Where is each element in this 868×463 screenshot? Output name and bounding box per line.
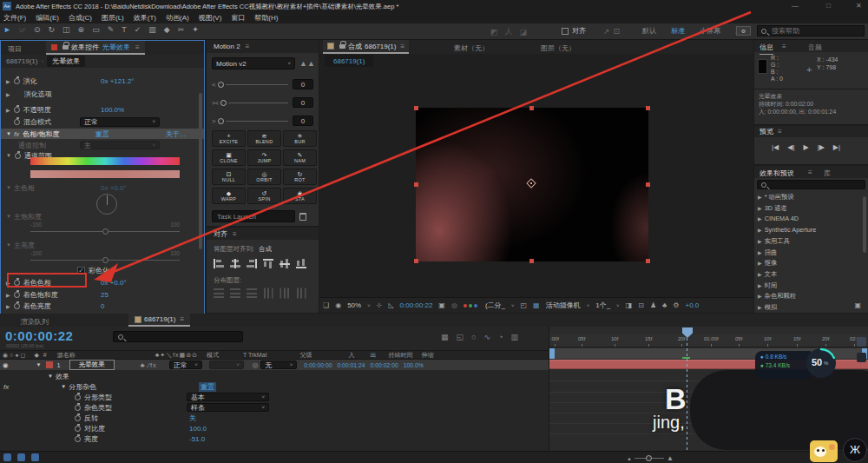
expand-inout-icon[interactable]	[31, 453, 39, 461]
blend-button[interactable]: ≋BLEND	[247, 130, 281, 147]
work-area-start-handle[interactable]	[549, 348, 555, 359]
null-button[interactable]: ⊡NULL	[212, 169, 246, 185]
panel-menu-icon[interactable]: ≡	[135, 43, 140, 51]
transparency-grid-icon[interactable]: ▦	[533, 301, 540, 309]
align-top-icon[interactable]	[263, 259, 273, 268]
tab-effect-controls[interactable]: 效果控件 光晕效果 ≡	[46, 41, 145, 55]
exposure-value[interactable]: +0.0	[685, 301, 699, 309]
zoom-tool-icon[interactable]: ⊙	[34, 25, 41, 34]
column-stretch[interactable]: 伸缩	[421, 351, 433, 360]
clone-stamp-tool-icon[interactable]: ▥	[148, 25, 156, 34]
stopwatch-icon[interactable]	[15, 153, 21, 159]
panel-menu-icon[interactable]: ≡	[233, 230, 237, 238]
zoom-out-mountain-icon[interactable]: ▲	[627, 456, 632, 461]
fx-cat-distort[interactable]: ▶扭曲	[758, 248, 816, 259]
tab-info[interactable]: 信息	[760, 43, 773, 55]
fx-icon[interactable]: fx	[14, 130, 19, 138]
stopwatch-icon[interactable]	[75, 436, 81, 442]
menu-animation[interactable]: 动画(A)	[166, 13, 189, 23]
fast-preview-icon[interactable]: ⊡	[638, 301, 644, 309]
mountains-icon[interactable]: ▲▲	[299, 59, 315, 68]
composition-mini-flowchart-icon[interactable]: ▦	[441, 333, 449, 341]
effect-row-colorize-lightness[interactable]: ▶ 着色亮度 0	[6, 301, 195, 311]
layer-duration[interactable]: 0:00:02:00	[371, 362, 398, 368]
tab-render-queue[interactable]: 渲染队列	[21, 317, 49, 327]
selection-handle[interactable]	[646, 182, 650, 187]
align-left-icon[interactable]	[214, 259, 224, 268]
effect-row-colorize-hue[interactable]: ▶ 着色色相 0x +0.0°	[6, 277, 195, 288]
align-bottom-icon[interactable]	[296, 259, 306, 268]
fx-cat-animation-presets[interactable]: ▶* 动画预设	[758, 192, 816, 203]
parent-dropdown[interactable]: 无˅	[260, 360, 297, 369]
stopwatch-icon[interactable]	[14, 107, 20, 113]
moth-logo-icon[interactable]: Ж	[843, 438, 867, 462]
panel-menu-icon[interactable]: ≡	[180, 315, 184, 323]
brush-tool-icon[interactable]: ✓	[135, 25, 141, 34]
effect-row-colorize-saturation[interactable]: ▶ 着色饱和度 25	[6, 289, 195, 300]
magnification-icon[interactable]: ◉	[335, 301, 341, 309]
tab-composition[interactable]: 合成 686719(1) ≡	[323, 40, 409, 54]
show-snapshot-icon[interactable]: ◍	[451, 301, 457, 309]
zoom-level-dropdown[interactable]: 50%	[347, 301, 361, 309]
fx-cat-keying[interactable]: ▶抠像	[758, 258, 816, 269]
stopwatch-icon[interactable]	[14, 78, 20, 84]
fx-cat-time[interactable]: ▶时间	[758, 281, 816, 292]
timeline-zoom-slider[interactable]	[635, 458, 664, 459]
time-ruler[interactable]: :00f 05f 10f 15f 20f 01:00f 05f 10f 15f …	[549, 334, 868, 347]
pan-behind-tool-icon[interactable]: ⊕	[78, 25, 85, 34]
motion-blur-icon[interactable]: ◔	[498, 333, 503, 341]
stopwatch-icon[interactable]	[75, 415, 81, 421]
selection-handle[interactable]	[414, 259, 418, 263]
selection-tool-icon[interactable]: ►	[3, 25, 11, 34]
tab-project[interactable]: 项目	[8, 44, 22, 54]
mini-shield-icon[interactable]	[857, 337, 866, 347]
task-launch-input[interactable]: Task Launch	[212, 210, 295, 222]
close-button[interactable]: ✕	[856, 2, 862, 10]
contrast-row[interactable]: 对比度 100.0	[74, 423, 105, 433]
panel-menu-icon[interactable]: ≡	[778, 128, 782, 136]
battery-badge[interactable]: 50 %	[806, 347, 837, 379]
tab-timeline-comp[interactable]: 686719(1) ≡	[128, 314, 190, 327]
slider-value-1[interactable]: 0	[293, 79, 313, 89]
exposure-reset-icon[interactable]: ⚙	[673, 301, 679, 309]
expand-layer-switches-icon[interactable]	[3, 453, 11, 461]
blend-mode-dropdown[interactable]: 正常˅	[80, 117, 160, 127]
sync-settings-icon[interactable]: ⚙	[736, 26, 751, 36]
about-link[interactable]: 关于...	[166, 129, 186, 139]
previous-frame-button[interactable]: ◀|	[787, 143, 794, 151]
fx-cat-cinema4d[interactable]: ▶CINEMA 4D	[758, 214, 816, 225]
timeline-jump-icon[interactable]: ♟	[650, 301, 656, 309]
comp-ref[interactable]: 686719(1)	[6, 57, 37, 65]
minimize-button[interactable]: —	[792, 2, 799, 10]
stare-button[interactable]: ◉STA	[283, 188, 317, 204]
always-preview-icon[interactable]: ❏	[323, 301, 329, 309]
menu-effect[interactable]: 效果(T)	[134, 13, 156, 23]
workspace-standard[interactable]: 标准	[671, 26, 685, 36]
first-frame-button[interactable]: |◀	[772, 143, 779, 151]
fx-cat-noise-grain[interactable]: ▶杂色和颗粒	[758, 291, 816, 302]
align-hcenter-icon[interactable]	[230, 259, 240, 268]
graph-editor-icon[interactable]: ▥	[510, 333, 518, 341]
invert-row[interactable]: 反转 关	[74, 413, 98, 423]
menu-view[interactable]: 视图(V)	[199, 13, 222, 23]
tab-audio[interactable]: 音频	[808, 43, 822, 52]
name-button[interactable]: ✎NAM	[283, 149, 317, 166]
clone-button[interactable]: ▣CLONE	[212, 149, 246, 166]
layer-switch-flags[interactable]: ♣ ∕fx	[141, 361, 157, 369]
orbit-button[interactable]: ◎ORBIT	[247, 169, 281, 185]
trkmat-dropdown[interactable]: ˅	[209, 360, 244, 369]
align-to-dropdown[interactable]: 合成	[259, 245, 272, 254]
mini-gear-icon[interactable]	[857, 353, 866, 362]
slider-knob[interactable]	[218, 118, 224, 124]
selection-handle[interactable]	[414, 182, 418, 187]
stopwatch-icon[interactable]	[14, 119, 20, 125]
puppet-tool-icon[interactable]: ✦	[192, 25, 199, 34]
fractal-noise-row[interactable]: fx ▼ 分形杂色 重置	[0, 381, 216, 392]
menu-composition[interactable]: 合成(C)	[69, 13, 92, 23]
frame-blend-icon[interactable]: ∿	[483, 333, 490, 341]
snapshot-icon[interactable]: ▣	[438, 301, 445, 309]
help-search-input[interactable]	[770, 26, 857, 36]
parent-pickwhip-icon[interactable]: ◎	[253, 361, 259, 369]
reset-link[interactable]: 重置	[95, 129, 109, 139]
slider-value-3[interactable]: 0	[293, 116, 313, 126]
